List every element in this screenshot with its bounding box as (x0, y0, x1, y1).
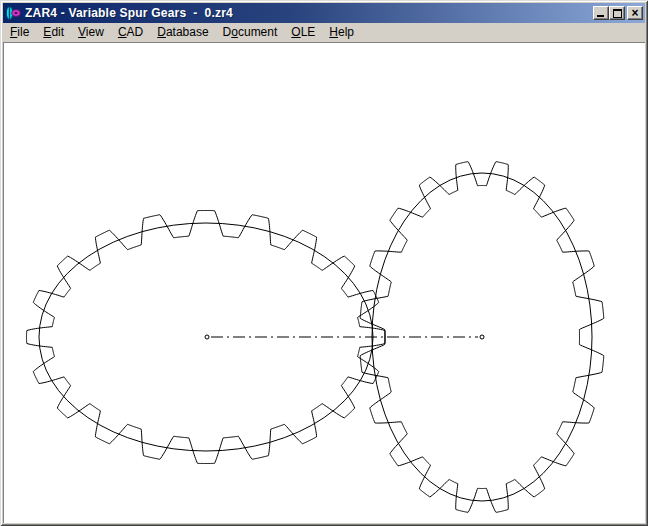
app-window: ZAR4 - Variable Spur Gears - 0.zr4 × Fil… (0, 0, 648, 526)
window-title: ZAR4 - Variable Spur Gears - 0.zr4 (25, 6, 233, 20)
menu-item-ole[interactable]: OLE (284, 24, 322, 41)
menu-item-file[interactable]: File (3, 24, 36, 41)
close-button[interactable]: × (627, 6, 643, 20)
drawing-area: 21.02.2003 --- (ZAR4 9.22 zR-4 - Gears H… (3, 43, 645, 523)
menu-item-cad[interactable]: CAD (111, 24, 150, 41)
minimize-button[interactable] (593, 6, 609, 20)
title-bar: ZAR4 - Variable Spur Gears - 0.zr4 × (3, 3, 645, 23)
minimize-icon (597, 15, 604, 17)
menu-item-document[interactable]: Document (216, 24, 285, 41)
menu-item-help[interactable]: Help (322, 24, 361, 41)
maximize-button[interactable] (609, 6, 625, 20)
menu-item-view[interactable]: View (71, 24, 111, 41)
menu-item-edit[interactable]: Edit (36, 24, 71, 41)
close-icon: × (628, 7, 642, 19)
menu-item-database[interactable]: Database (150, 24, 215, 41)
maximize-icon (613, 9, 622, 18)
zar4-elliptical-gears-logo-icon[interactable] (5, 5, 21, 21)
menu-bar: FileEditViewCADDatabaseDocumentOLEHelp (3, 23, 645, 43)
window-controls: × (593, 6, 643, 20)
